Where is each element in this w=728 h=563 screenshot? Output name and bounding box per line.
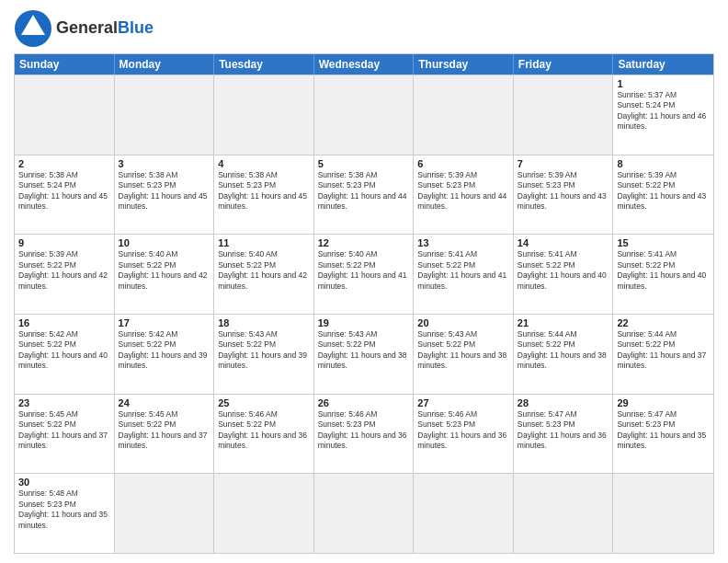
day-number: 18 (218, 317, 310, 328)
cell-info: Sunrise: 5:38 AM Sunset: 5:23 PM Dayligh… (318, 170, 410, 213)
day-number: 4 (218, 158, 310, 169)
calendar-cell: 24Sunrise: 5:45 AM Sunset: 5:22 PM Dayli… (115, 395, 215, 474)
logo: GeneralBlue (14, 9, 154, 48)
cell-info: Sunrise: 5:48 AM Sunset: 5:23 PM Dayligh… (18, 488, 110, 531)
calendar-cell: 12Sunrise: 5:40 AM Sunset: 5:22 PM Dayli… (314, 235, 415, 314)
header-day-tuesday: Tuesday (214, 54, 314, 75)
day-number: 23 (18, 397, 110, 408)
calendar: SundayMondayTuesdayWednesdayThursdayFrid… (14, 53, 714, 554)
calendar-week-3: 16Sunrise: 5:42 AM Sunset: 5:22 PM Dayli… (15, 314, 713, 394)
cell-info: Sunrise: 5:47 AM Sunset: 5:23 PM Dayligh… (518, 409, 609, 452)
day-number: 8 (617, 158, 710, 169)
cell-info: Sunrise: 5:39 AM Sunset: 5:22 PM Dayligh… (617, 170, 710, 213)
calendar-cell: 8Sunrise: 5:39 AM Sunset: 5:22 PM Daylig… (613, 155, 713, 235)
calendar-cell: 7Sunrise: 5:39 AM Sunset: 5:23 PM Daylig… (514, 155, 614, 235)
calendar-cell: 3Sunrise: 5:38 AM Sunset: 5:23 PM Daylig… (115, 155, 215, 235)
day-number: 20 (417, 317, 509, 328)
day-number: 9 (18, 237, 110, 248)
day-number: 7 (518, 158, 609, 169)
header-day-thursday: Thursday (414, 54, 514, 75)
cell-info: Sunrise: 5:40 AM Sunset: 5:22 PM Dayligh… (318, 249, 410, 292)
day-number: 6 (417, 158, 509, 169)
cell-info: Sunrise: 5:43 AM Sunset: 5:22 PM Dayligh… (417, 329, 509, 372)
cell-info: Sunrise: 5:41 AM Sunset: 5:22 PM Dayligh… (518, 249, 609, 292)
cell-info: Sunrise: 5:47 AM Sunset: 5:23 PM Dayligh… (617, 409, 710, 452)
cell-info: Sunrise: 5:45 AM Sunset: 5:22 PM Dayligh… (119, 409, 210, 452)
header-day-sunday: Sunday (15, 54, 115, 75)
calendar-cell: 4Sunrise: 5:38 AM Sunset: 5:23 PM Daylig… (214, 155, 314, 235)
day-number: 1 (617, 78, 710, 89)
calendar-cell (115, 75, 215, 155)
calendar-cell: 26Sunrise: 5:46 AM Sunset: 5:23 PM Dayli… (314, 395, 415, 474)
day-number: 5 (318, 158, 410, 169)
calendar-cell (414, 474, 514, 553)
cell-info: Sunrise: 5:45 AM Sunset: 5:22 PM Dayligh… (18, 409, 110, 452)
calendar-cell (115, 474, 215, 553)
calendar-cell (214, 75, 314, 155)
logo-text: GeneralBlue (56, 19, 154, 38)
day-number: 19 (318, 317, 410, 328)
cell-info: Sunrise: 5:46 AM Sunset: 5:23 PM Dayligh… (318, 409, 410, 452)
day-number: 21 (518, 317, 609, 328)
calendar-cell (214, 474, 314, 553)
calendar-week-0: 1Sunrise: 5:37 AM Sunset: 5:24 PM Daylig… (15, 75, 713, 155)
day-number: 24 (119, 397, 210, 408)
calendar-cell: 27Sunrise: 5:46 AM Sunset: 5:23 PM Dayli… (414, 395, 514, 474)
cell-info: Sunrise: 5:43 AM Sunset: 5:22 PM Dayligh… (318, 329, 410, 372)
cell-info: Sunrise: 5:42 AM Sunset: 5:22 PM Dayligh… (119, 329, 210, 372)
calendar-cell: 11Sunrise: 5:40 AM Sunset: 5:22 PM Dayli… (214, 235, 314, 314)
cell-info: Sunrise: 5:38 AM Sunset: 5:24 PM Dayligh… (18, 170, 110, 213)
cell-info: Sunrise: 5:46 AM Sunset: 5:23 PM Dayligh… (417, 409, 509, 452)
day-number: 11 (218, 237, 310, 248)
day-number: 22 (617, 317, 710, 328)
calendar-cell: 25Sunrise: 5:46 AM Sunset: 5:22 PM Dayli… (214, 395, 314, 474)
calendar-cell: 6Sunrise: 5:39 AM Sunset: 5:23 PM Daylig… (414, 155, 514, 235)
calendar-cell: 10Sunrise: 5:40 AM Sunset: 5:22 PM Dayli… (115, 235, 215, 314)
cell-info: Sunrise: 5:44 AM Sunset: 5:22 PM Dayligh… (617, 329, 710, 372)
calendar-cell (613, 474, 713, 553)
cell-info: Sunrise: 5:42 AM Sunset: 5:22 PM Dayligh… (18, 329, 110, 372)
calendar-cell: 9Sunrise: 5:39 AM Sunset: 5:22 PM Daylig… (15, 235, 115, 314)
day-number: 28 (518, 397, 609, 408)
day-number: 12 (318, 237, 410, 248)
calendar-cell (514, 474, 614, 553)
header-day-monday: Monday (115, 54, 215, 75)
calendar-cell: 23Sunrise: 5:45 AM Sunset: 5:22 PM Dayli… (15, 395, 115, 474)
header: GeneralBlue (14, 9, 714, 48)
calendar-cell (514, 75, 614, 155)
calendar-cell: 19Sunrise: 5:43 AM Sunset: 5:22 PM Dayli… (314, 315, 415, 394)
calendar-cell: 21Sunrise: 5:44 AM Sunset: 5:22 PM Dayli… (514, 315, 614, 394)
cell-info: Sunrise: 5:37 AM Sunset: 5:24 PM Dayligh… (617, 90, 710, 132)
header-day-saturday: Saturday (613, 54, 713, 75)
cell-info: Sunrise: 5:43 AM Sunset: 5:22 PM Dayligh… (218, 329, 310, 372)
cell-info: Sunrise: 5:40 AM Sunset: 5:22 PM Dayligh… (119, 249, 210, 292)
day-number: 17 (119, 317, 210, 328)
day-number: 25 (218, 397, 310, 408)
calendar-cell: 17Sunrise: 5:42 AM Sunset: 5:22 PM Dayli… (115, 315, 215, 394)
calendar-cell: 2Sunrise: 5:38 AM Sunset: 5:24 PM Daylig… (15, 155, 115, 235)
calendar-cell: 30Sunrise: 5:48 AM Sunset: 5:23 PM Dayli… (15, 474, 115, 553)
calendar-cell: 1Sunrise: 5:37 AM Sunset: 5:24 PM Daylig… (613, 75, 713, 155)
page: GeneralBlue SundayMondayTuesdayWednesday… (0, 0, 728, 563)
calendar-week-5: 30Sunrise: 5:48 AM Sunset: 5:23 PM Dayli… (15, 473, 713, 553)
calendar-cell: 28Sunrise: 5:47 AM Sunset: 5:23 PM Dayli… (514, 395, 614, 474)
calendar-cell: 5Sunrise: 5:38 AM Sunset: 5:23 PM Daylig… (314, 155, 415, 235)
cell-info: Sunrise: 5:46 AM Sunset: 5:22 PM Dayligh… (218, 409, 310, 452)
calendar-cell: 20Sunrise: 5:43 AM Sunset: 5:22 PM Dayli… (414, 315, 514, 394)
calendar-cell: 13Sunrise: 5:41 AM Sunset: 5:22 PM Dayli… (414, 235, 514, 314)
day-number: 14 (518, 237, 609, 248)
cell-info: Sunrise: 5:38 AM Sunset: 5:23 PM Dayligh… (119, 170, 210, 213)
calendar-week-2: 9Sunrise: 5:39 AM Sunset: 5:22 PM Daylig… (15, 234, 713, 314)
calendar-cell: 18Sunrise: 5:43 AM Sunset: 5:22 PM Dayli… (214, 315, 314, 394)
calendar-cell (414, 75, 514, 155)
calendar-cell: 16Sunrise: 5:42 AM Sunset: 5:22 PM Dayli… (15, 315, 115, 394)
calendar-cell: 22Sunrise: 5:44 AM Sunset: 5:22 PM Dayli… (613, 315, 713, 394)
header-day-wednesday: Wednesday (314, 54, 415, 75)
cell-info: Sunrise: 5:40 AM Sunset: 5:22 PM Dayligh… (218, 249, 310, 292)
day-number: 15 (617, 237, 710, 248)
cell-info: Sunrise: 5:39 AM Sunset: 5:22 PM Dayligh… (18, 249, 110, 292)
day-number: 16 (18, 317, 110, 328)
cell-info: Sunrise: 5:44 AM Sunset: 5:22 PM Dayligh… (518, 329, 609, 372)
calendar-cell (15, 75, 115, 155)
header-day-friday: Friday (514, 54, 614, 75)
